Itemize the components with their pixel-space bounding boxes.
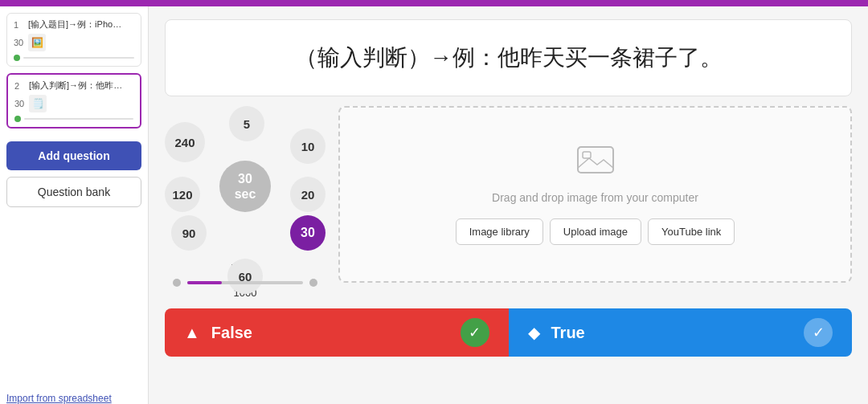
add-question-button[interactable]: Add question [6,141,141,170]
upload-image-button[interactable]: Upload image [550,218,641,245]
timer-120[interactable]: 120 [165,177,200,212]
card-line-2 [24,118,133,120]
card-status-dot-1 [14,55,20,61]
image-drop-text: Drag and drop image from your computer [492,191,698,204]
timer-30-points[interactable]: 30 [290,215,326,251]
false-check: ✓ [461,318,489,347]
main-content: （输入判断）→例：他昨天买一条裙子了。 5 10 20 30 240 120 9… [149,6,868,404]
answer-row: ▲ False ✓ ◆ True ✓ [165,308,852,357]
card-title-1: [输入题目]→例：iPhone... [28,18,125,31]
middle-section: 5 10 20 30 240 120 90 30sec 60 Points [165,106,852,299]
image-drop-icon [576,144,615,183]
timer-10[interactable]: 10 [290,129,326,164]
timer-circles: 5 10 20 30 240 120 90 30sec [165,106,326,267]
import-link[interactable]: Import from spreadsheet [6,386,141,404]
true-icon: ◆ [528,323,540,342]
question-card-2[interactable]: 2 [输入判断]→例：他昨天... 30 🗒️ [6,73,141,129]
card-points-1: 30 [14,38,23,47]
answer-true[interactable]: ◆ True ✓ [509,308,853,357]
true-check: ✓ [804,318,833,347]
question-bank-button[interactable]: Question bank [6,177,141,207]
slider-track[interactable] [187,281,303,284]
slider-dot-left [173,279,181,287]
card-image-icon-1: 🖼️ [28,34,46,51]
card-title-2: [输入判断]→例：他昨天... [29,80,125,92]
timer-240[interactable]: 240 [165,122,205,162]
timer-90[interactable]: 90 [171,215,207,251]
card-num-2: 2 [14,81,26,91]
timer-section: 5 10 20 30 240 120 90 30sec 60 Points [165,106,326,299]
timer-5[interactable]: 5 [229,106,264,141]
top-bar [0,0,868,6]
answer-false[interactable]: ▲ False ✓ [165,308,509,357]
question-card-1[interactable]: 1 [输入题目]→例：iPhone... 30 🖼️ [6,13,141,67]
sidebar: 1 [输入题目]→例：iPhone... 30 🖼️ 2 [输入判断]→例：他昨… [0,6,149,404]
false-label: False [211,324,449,342]
question-title: （输入判断）→例：他昨天买一条裙子了。 [165,19,852,96]
timer-center[interactable]: 30sec [219,161,271,212]
card-status-dot-2 [14,116,21,122]
true-label: True [551,324,793,342]
svg-rect-0 [578,147,613,173]
slider-fill [187,281,222,284]
youtube-link-button[interactable]: YouTube link [648,218,735,245]
image-library-button[interactable]: Image library [456,218,543,245]
svg-rect-1 [583,152,591,158]
image-drop-area[interactable]: Drag and drop image from your computer I… [338,106,852,283]
card-line-1 [23,57,134,59]
false-icon: ▲ [184,324,200,342]
slider-dot-right [309,279,317,287]
card-num-1: 1 [14,20,25,30]
card-image-icon-2: 🗒️ [29,95,47,112]
card-points-2: 30 [14,99,24,108]
timer-20[interactable]: 20 [290,177,326,212]
timer-60[interactable]: 60 [227,259,263,294]
image-buttons: Image library Upload image YouTube link [456,218,735,245]
